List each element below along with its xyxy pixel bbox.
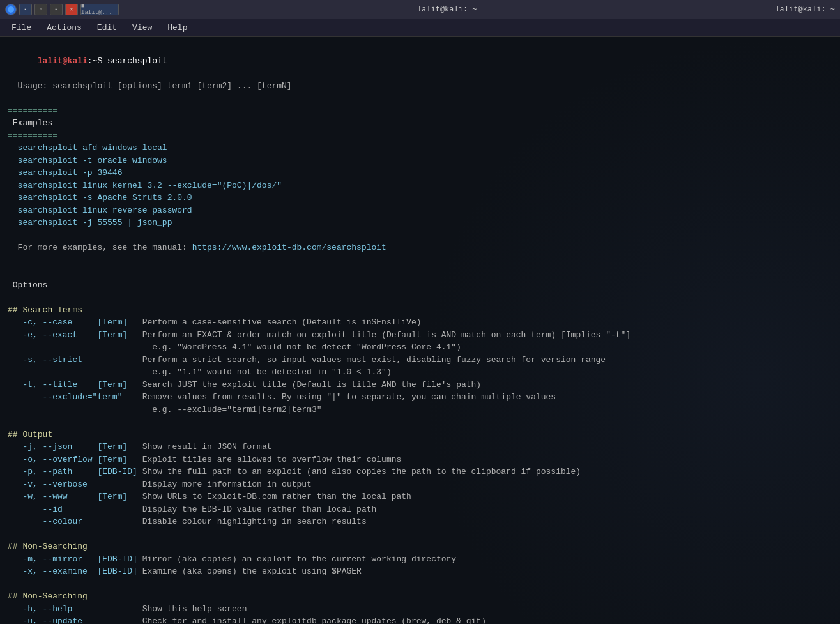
menu-edit[interactable]: Edit	[91, 21, 123, 34]
usage-line: Usage: searchsploit [options] term1 [ter…	[8, 80, 832, 93]
sep-3: =========	[8, 266, 832, 279]
opt-o: -o, --overflow [Term] Exploit titles are…	[8, 453, 832, 466]
opt-id: --id Display the EDB-ID value rather tha…	[8, 503, 832, 516]
empty-3	[8, 254, 832, 267]
opt-exclude: --exclude="term" Remove values from resu…	[8, 391, 832, 404]
ex-5: searchsploit -s Apache Struts 2.0.0	[8, 192, 832, 204]
titlebar-left: ▪ ▫ ▪ ✕ ■ lalit@...	[5, 4, 119, 15]
menu-view[interactable]: View	[126, 21, 158, 34]
ex-7: searchsploit -j 55555 | json_pp	[8, 217, 832, 229]
ex-3: searchsploit -p 39446	[8, 167, 832, 179]
opt-s: -s, --strict Perform a strict search, so…	[8, 354, 832, 367]
empty-1	[8, 92, 832, 105]
tb-btn-1[interactable]: ▪	[19, 4, 32, 15]
titlebar: ▪ ▫ ▪ ✕ ■ lalit@... lalit@kali: ~ lalit@…	[0, 0, 840, 19]
sep-4: =========	[8, 291, 832, 304]
sep-2: ==========	[8, 130, 832, 142]
sec-examples: Examples	[8, 117, 832, 130]
manual-line: For more examples, see the manual: https…	[8, 241, 832, 254]
opt-t: -t, --title [Term] Search JUST the explo…	[8, 379, 832, 392]
command-text: searchsploit	[102, 56, 167, 66]
opt-colour: --colour Disable colour highlighting in …	[8, 515, 832, 528]
opt-e: -e, --exact [Term] Perform an EXACT & or…	[8, 329, 832, 342]
prompt-line: lalit@kali:~$ searchsploit	[8, 42, 832, 80]
menu-file[interactable]: File	[5, 21, 38, 34]
empty-2	[8, 229, 832, 242]
empty-5	[8, 528, 832, 541]
tb-icon-app[interactable]	[5, 4, 17, 15]
sec-options: Options	[8, 279, 832, 292]
hash-search: ## Search Terms	[8, 304, 832, 317]
opt-j: -j, --json [Term] Show result in JSON fo…	[8, 441, 832, 453]
svg-point-0	[8, 6, 14, 13]
ex-6: searchsploit linux reverse password	[8, 204, 832, 217]
tb-terminal-icon[interactable]: ■ lalit@...	[80, 4, 119, 15]
hash-nonsearch1: ## Non-Searching	[8, 540, 832, 553]
opt-s-eg: e.g. "1.1" would not be detected in "1.0…	[8, 366, 832, 379]
tb-btn-close[interactable]: ✕	[65, 4, 78, 15]
menubar: File Actions Edit View Help	[0, 19, 840, 37]
opt-v: -v, --verbose Display more information i…	[8, 478, 832, 491]
menu-actions[interactable]: Actions	[40, 21, 88, 34]
opt-exclude-eg: e.g. --exclude="term1|term2|term3"	[8, 404, 832, 416]
menu-help[interactable]: Help	[161, 21, 194, 34]
opt-p: -p, --path [EDB-ID] Show the full path t…	[8, 466, 832, 478]
opt-u: -u, --update Check for and install any e…	[8, 615, 832, 624]
ex-4: searchsploit linux kernel 3.2 --exclude=…	[8, 179, 832, 192]
opt-h: -h, --help Show this help screen	[8, 603, 832, 616]
opt-c: -c, --case [Term] Perform a case-sensiti…	[8, 316, 832, 329]
hash-output: ## Output	[8, 429, 832, 441]
empty-6	[8, 578, 832, 591]
opt-w: -w, --www [Term] Show URLs to Exploit-DB…	[8, 491, 832, 503]
titlebar-title: lalit@kali: ~	[417, 5, 477, 14]
titlebar-user: lalit@kali: ~	[775, 5, 835, 14]
empty-4	[8, 416, 832, 429]
ex-2: searchsploit -t oracle windows	[8, 155, 832, 167]
ex-1: searchsploit afd windows local	[8, 142, 832, 155]
opt-m: -m, --mirror [EDB-ID] Mirror (aka copies…	[8, 553, 832, 566]
opt-e-eg: e.g. "WordPress 4.1" would not be detect…	[8, 341, 832, 354]
tb-btn-2[interactable]: ▫	[34, 4, 47, 15]
hash-nonsearch2: ## Non-Searching	[8, 590, 832, 603]
prompt-user: lalit@kali	[38, 56, 88, 66]
terminal[interactable]: lalit@kali:~$ searchsploit Usage: search…	[0, 37, 840, 624]
sep-1: ==========	[8, 105, 832, 118]
prompt-sep: :~$	[88, 56, 102, 66]
tb-btn-3[interactable]: ▪	[50, 4, 63, 15]
opt-x: -x, --examine [EDB-ID] Examine (aka open…	[8, 565, 832, 578]
terminal-content: lalit@kali:~$ searchsploit Usage: search…	[8, 42, 832, 624]
